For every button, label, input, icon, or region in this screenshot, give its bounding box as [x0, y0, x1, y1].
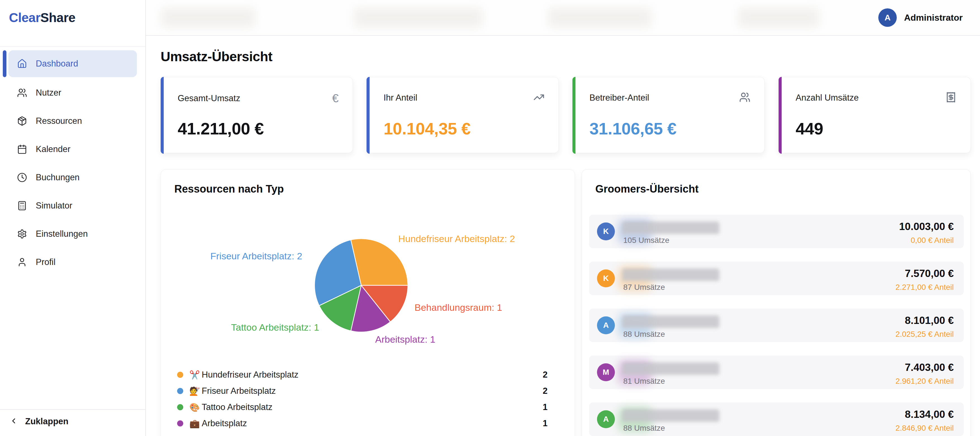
groomers-title: Groomers-Übersicht [595, 183, 699, 195]
legend-label: Friseur Arbeitsplatz [202, 386, 276, 396]
sidebar-item-label: Dashboard [36, 59, 78, 69]
legend-dot [177, 420, 183, 426]
legend-row: 💇 Friseur Arbeitsplatz 2 [177, 383, 547, 399]
redacted-name [622, 363, 719, 375]
redacted-name [622, 316, 719, 328]
amount: 10.003,00 € [899, 221, 954, 232]
redacted-name [622, 410, 719, 422]
legend-dot [177, 372, 183, 378]
chevron-left-icon [10, 417, 18, 426]
users-icon [17, 88, 27, 98]
calendar-icon [17, 144, 27, 154]
amount: 8.101,00 € [905, 315, 954, 326]
legend-value: 1 [543, 402, 547, 412]
stat-label: Ihr Anteil [383, 93, 417, 103]
haircut-icon: 💇 [189, 386, 200, 396]
umsaetze-count: 87 Umsätze [623, 283, 665, 292]
collapse-sidebar-button[interactable]: Zuklappen [10, 417, 68, 426]
pie-callout-hundefriseur: Hundefriseur Arbeitsplatz: 2 [398, 233, 515, 244]
legend-dot [177, 404, 183, 410]
card-accent-bar [779, 77, 782, 154]
umsaetze-count: 81 Umsätze [623, 377, 665, 386]
sidebar-item-simulator[interactable]: Simulator [8, 191, 137, 220]
groomer-row: K 87 Umsätze 7.570,00 € 2.271,00 € Antei… [589, 262, 964, 295]
avatar: M [597, 363, 615, 381]
redacted-header-item [548, 8, 651, 27]
groomer-row: K 105 Umsätze 10.003,00 € 0,00 € Anteil [589, 215, 964, 248]
legend-label: Tattoo Arbeitsplatz [202, 402, 272, 412]
sidebar-item-ressourcen[interactable]: Ressourcen [8, 107, 137, 135]
legend-row: 💼 Arbeitsplatz 1 [177, 415, 547, 431]
avatar: K [597, 269, 615, 287]
legend-value: 2 [543, 370, 547, 380]
redacted-name [622, 222, 719, 234]
stat-value: 31.106,65 € [589, 119, 676, 138]
users-icon [739, 92, 750, 104]
gear-icon [17, 229, 27, 239]
anteil-amount: 2.846,90 € Anteil [896, 424, 954, 433]
user-icon [17, 257, 27, 267]
euro-icon: € [332, 92, 339, 105]
sidebar-item-profil[interactable]: Profil [8, 248, 137, 276]
legend-label: Hundefriseur Arbeitsplatz [202, 370, 298, 380]
avatar: A [597, 317, 615, 334]
card-accent-bar [573, 77, 576, 154]
stat-label: Gesamt-Umsatz [178, 93, 240, 103]
anteil-amount: 2.961,20 € Anteil [896, 377, 954, 386]
stat-card-ihr-anteil: Ihr Anteil 10.104,35 € [366, 77, 559, 153]
pie-callout-arbeitsplatz: Arbeitsplatz: 1 [375, 334, 435, 345]
redacted-name [622, 269, 719, 281]
stat-label: Betreiber-Anteil [589, 93, 649, 103]
sidebar-item-nutzer[interactable]: Nutzer [8, 78, 137, 107]
pie-callout-behandlungsraum: Behandlungsraum: 1 [415, 302, 502, 313]
sidebar-item-kalender[interactable]: Kalender [8, 135, 137, 163]
umsaetze-count: 88 Umsätze [623, 330, 665, 339]
sidebar-item-label: Einstellungen [36, 229, 88, 239]
sidebar-item-label: Profil [36, 257, 56, 267]
app-logo[interactable]: ClearShare [9, 10, 75, 25]
user-menu[interactable]: A Administrator [878, 8, 963, 27]
page-title: Umsatz-Übersicht [161, 49, 272, 64]
legend-row: 🎨 Tattoo Arbeitsplatz 1 [177, 399, 547, 415]
pie-chart [315, 239, 408, 332]
sidebar-item-buchungen[interactable]: Buchungen [8, 163, 137, 191]
top-bar: A Administrator [146, 0, 980, 36]
card-accent-bar [161, 77, 164, 154]
avatar: A [878, 8, 897, 27]
umsaetze-count: 105 Umsätze [623, 236, 669, 245]
sidebar-footer: Zuklappen [0, 409, 145, 436]
groomer-row: A 88 Umsätze 8.134,00 € 2.846,90 € Antei… [589, 403, 964, 436]
sidebar-nav: Dashboard Nutzer Ressourcen Kalender [0, 47, 145, 276]
sidebar: ClearShare Dashboard Nutzer [0, 0, 146, 436]
clock-icon [17, 172, 27, 183]
groomer-row: M 81 Umsätze 7.403,00 € 2.961,20 € Antei… [589, 355, 964, 389]
anteil-amount: 0,00 € Anteil [911, 236, 954, 245]
collapse-label: Zuklappen [25, 417, 68, 426]
sidebar-item-einstellungen[interactable]: Einstellungen [8, 220, 137, 248]
amount: 7.403,00 € [905, 362, 954, 373]
anteil-amount: 2.271,00 € Anteil [896, 283, 954, 292]
stat-value: 10.104,35 € [383, 119, 471, 138]
redacted-header-item [161, 8, 255, 27]
chart-title: Ressourcen nach Typ [174, 183, 284, 195]
stat-card-betreiber-anteil: Betreiber-Anteil 31.106,65 € [573, 77, 765, 153]
avatar: A [597, 410, 615, 428]
resources-chart-panel: Ressourcen nach Typ Hundefriseur Arbeits… [161, 169, 575, 436]
sidebar-item-label: Ressourcen [36, 116, 82, 126]
package-icon [17, 116, 27, 126]
stat-label: Anzahl Umsätze [795, 93, 859, 103]
stat-value: 41.211,00 € [178, 119, 264, 138]
sidebar-item-dashboard[interactable]: Dashboard [8, 50, 137, 77]
sidebar-item-label: Kalender [36, 144, 70, 154]
sidebar-item-label: Simulator [36, 200, 72, 211]
groomers-overview-panel: Groomers-Übersicht K 105 Umsätze 10.003,… [582, 169, 971, 436]
legend-dot [177, 388, 183, 394]
stat-value: 449 [795, 119, 823, 138]
umsaetze-count: 88 Umsätze [623, 424, 665, 433]
logo-text-secondary: Share [40, 10, 75, 25]
logo-text-primary: Clear [9, 10, 40, 25]
clearshare-dashboard: ClearShare Dashboard Nutzer [0, 0, 980, 436]
stat-card-gesamt-umsatz: Gesamt-Umsatz € 41.211,00 € [161, 77, 353, 153]
sidebar-item-label: Nutzer [36, 88, 61, 98]
card-accent-bar [366, 77, 370, 154]
